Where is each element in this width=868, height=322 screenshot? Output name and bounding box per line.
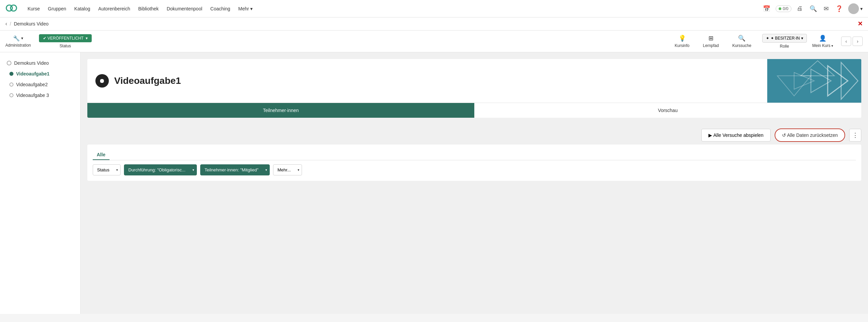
prev-arrow-button[interactable]: ‹ (841, 37, 851, 46)
toolbar-right: ✦ ✦ BESITZER·IN ▾ Rolle 👤 Mein Kurs ▾ ‹ … (762, 34, 863, 49)
print-icon[interactable]: 🖨 (796, 4, 804, 13)
search-icon[interactable]: 🔍 (808, 4, 818, 14)
lernpfad-icon: ⊞ (708, 35, 713, 42)
sidebar-course-dot (7, 61, 11, 65)
video-icon: ⏺ (99, 77, 105, 84)
mein-kurs-label: Mein Kurs (812, 43, 830, 48)
avatar[interactable]: ▾ (848, 3, 863, 14)
breadcrumb-separator: / (10, 21, 11, 27)
course-card: ⏺ Videoaufgabe1 (87, 59, 861, 118)
filter-teilnehmerinnen[interactable]: Teilnehmer·innen: "Mitglied" ▾ (200, 164, 270, 175)
play-all-button[interactable]: ▶ Alle Versuche abspielen (702, 129, 771, 142)
mail-icon[interactable]: ✉ (822, 4, 830, 14)
calendar-icon[interactable]: 📅 (762, 4, 772, 14)
filter-mehr-select[interactable]: Mehr... (273, 164, 302, 175)
reset-all-button[interactable]: ↺ Alle Daten zurücksetzen (775, 129, 845, 142)
chevron-down-icon: ▾ (860, 6, 863, 11)
nav-links: Kurse Gruppen Katalog Autorenbereich Bib… (24, 4, 755, 13)
top-navigation: Kurse Gruppen Katalog Autorenbereich Bib… (0, 0, 868, 17)
administration-button[interactable]: 🔧 ▾ (13, 35, 23, 42)
status-indicator[interactable]: 0/0 (776, 5, 792, 12)
filter-tab-alle[interactable]: Alle (93, 150, 110, 160)
breadcrumb: ‹ / Demokurs Video ✕ (0, 17, 868, 31)
status-label: Status (59, 44, 71, 48)
filter-teilnehmerinnen-select[interactable]: Teilnehmer·innen: "Mitglied" (200, 164, 270, 175)
nav-bibliothek[interactable]: Bibliothek (135, 4, 162, 13)
filter-row: Status ▾ Durchführung: "Obligatorisc... … (93, 164, 856, 175)
nav-mehr[interactable]: Mehr ▾ (235, 4, 256, 13)
sidebar-item-label: Videoaufgabe1 (16, 71, 50, 76)
filter-mehr[interactable]: Mehr... ▾ (273, 164, 302, 175)
next-arrow-button[interactable]: › (852, 37, 863, 46)
main-layout: Demokurs Video Videoaufgabe1 Videoaufgab… (0, 52, 868, 314)
status-button[interactable]: ✔ VERÖFFENTLICHT ▾ (39, 34, 92, 42)
filter-durchfuhrung[interactable]: Durchführung: "Obligatorisc... ▾ (124, 164, 197, 175)
nav-dokumentenpool[interactable]: Dokumentenpool (163, 4, 206, 13)
nav-coaching[interactable]: Coaching (207, 4, 234, 13)
nav-arrows: ‹ › (841, 37, 863, 46)
actions-row: ▶ Alle Versuche abspielen ↺ Alle Daten z… (87, 123, 861, 145)
kurssuche-icon: 🔍 (738, 35, 745, 42)
filter-status[interactable]: Status ▾ (93, 164, 121, 175)
nav-autorenbereich[interactable]: Autorenbereich (95, 4, 134, 13)
sidebar-dot-active (9, 72, 13, 76)
help-icon[interactable]: ❓ (834, 4, 844, 14)
filter-section: Alle Status ▾ Durchführung: "Obligatoris… (87, 145, 861, 181)
nav-gruppen[interactable]: Gruppen (45, 4, 69, 13)
rolle-label: Rolle (780, 44, 789, 49)
sidebar-dot (9, 93, 13, 97)
logo[interactable] (5, 2, 18, 15)
nav-katalog[interactable]: Katalog (71, 4, 93, 13)
sidebar-item-videoaufgabe3[interactable]: Videoaufgabe 3 (0, 90, 80, 101)
chevron-down-icon: ▾ (801, 36, 803, 41)
status-btn-label: ✔ VERÖFFENTLICHT (43, 36, 84, 41)
chevron-down-icon: ▾ (831, 44, 833, 48)
kursinfo-label: Kursinfo (675, 43, 690, 48)
filter-status-select[interactable]: Status (93, 164, 121, 175)
sidebar-item-videoaufgabe1[interactable]: Videoaufgabe1 (0, 68, 80, 79)
sidebar-course-title: Demokurs Video (0, 58, 80, 68)
kurssuche-button[interactable]: 🔍 Kurssuche (730, 33, 754, 49)
sidebar: Demokurs Video Videoaufgabe1 Videoaufgab… (0, 52, 81, 314)
course-header-image (767, 59, 861, 103)
rolle-button[interactable]: ✦ ✦ BESITZER·IN ▾ (762, 34, 807, 43)
svg-point-1 (10, 5, 17, 11)
chevron-down-icon: ▾ (86, 36, 88, 41)
course-title: Videoaufgabe1 (114, 75, 181, 86)
tab-vorschau[interactable]: Vorschau (474, 103, 861, 118)
course-toolbar: 🔧 ▾ Administration ✔ VERÖFFENTLICHT ▾ St… (0, 31, 868, 52)
tabs-bar: Teilnehmer·innen Vorschau (87, 103, 861, 118)
course-icon: ⏺ (95, 74, 109, 87)
tab-teilnehmerinnen[interactable]: Teilnehmer·innen (87, 103, 474, 118)
content-area: ⏺ Videoaufgabe1 (81, 52, 868, 314)
user-avatar (848, 3, 859, 14)
filter-tab-row: Alle (93, 150, 856, 160)
more-options-button[interactable]: ⋮ (849, 129, 861, 142)
administration-label: Administration (5, 43, 31, 48)
lernpfad-button[interactable]: ⊞ Lernpfad (701, 33, 721, 49)
close-icon[interactable]: ✕ (858, 20, 863, 28)
rolle-icon: ✦ (766, 36, 769, 41)
wrench-icon: 🔧 (13, 35, 20, 42)
online-dot (779, 7, 781, 10)
nav-kurse[interactable]: Kurse (24, 4, 43, 13)
breadcrumb-current: Demokurs Video (14, 21, 49, 27)
sidebar-item-label: Videoaufgabe 3 (16, 93, 49, 98)
filter-durchfuhrung-select[interactable]: Durchführung: "Obligatorisc... (124, 164, 197, 175)
status-count: 0/0 (783, 6, 788, 11)
administration-menu[interactable]: 🔧 ▾ Administration (5, 35, 31, 48)
kursinfo-button[interactable]: 💡 Kursinfo (672, 33, 692, 49)
back-button[interactable]: ‹ (5, 21, 7, 27)
sidebar-item-label: Videoaufgabe2 (16, 82, 48, 87)
course-header: ⏺ Videoaufgabe1 (87, 59, 861, 103)
person-icon: 👤 (819, 35, 826, 42)
kurssuche-label: Kurssuche (732, 43, 751, 48)
chevron-down-icon: ▾ (250, 6, 253, 11)
mein-kurs-button[interactable]: 👤 Mein Kurs ▾ (812, 35, 833, 48)
sidebar-course-title-text: Demokurs Video (14, 60, 49, 66)
rolle-btn-label: ✦ BESITZER·IN (771, 36, 800, 41)
chevron-down-icon: ▾ (21, 36, 23, 41)
sidebar-item-videoaufgabe2[interactable]: Videoaufgabe2 (0, 79, 80, 90)
status-area: ✔ VERÖFFENTLICHT ▾ Status (39, 34, 92, 48)
nav-right: 📅 0/0 🖨 🔍 ✉ ❓ ▾ (762, 3, 863, 14)
